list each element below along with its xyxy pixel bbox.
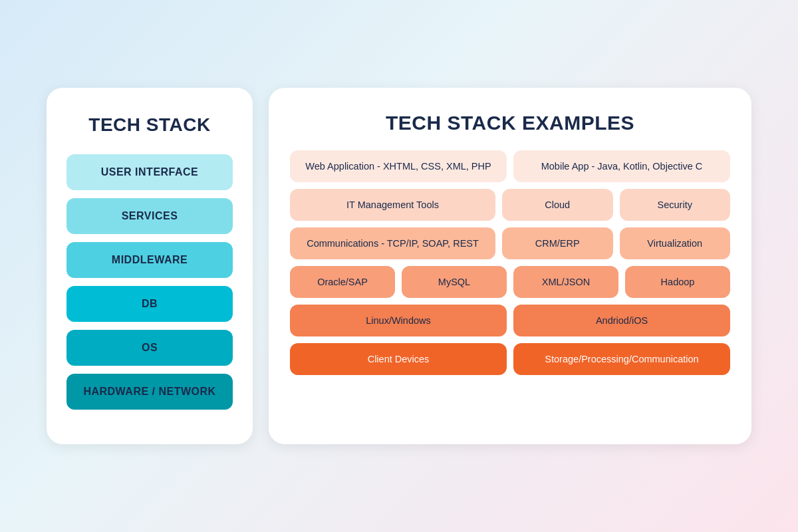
grid-row-1: Web Application - XHTML, CSS, XML, PHP M… — [290, 150, 730, 182]
grid-row-5: Linux/Windows Andriod/iOS — [290, 305, 730, 336]
right-panel: TECH STACK EXAMPLES Web Application - XH… — [269, 88, 751, 444]
grid-row-4: Oracle/SAP MySQL XML/JSON Hadoop — [290, 266, 730, 298]
grid-row-2: IT Management Tools Cloud Security — [290, 189, 730, 221]
right-title: TECH STACK EXAMPLES — [290, 112, 730, 134]
virtualization-item: Virtualization — [620, 227, 731, 259]
grid-row-6: Client Devices Storage/Processing/Commun… — [290, 343, 730, 375]
linux-item: Linux/Windows — [290, 305, 507, 336]
web-app-item: Web Application - XHTML, CSS, XML, PHP — [290, 150, 507, 182]
storage-item: Storage/Processing/Communication — [513, 343, 730, 375]
hadoop-item: Hadoop — [625, 266, 730, 298]
xml-item: XML/JSON — [513, 266, 618, 298]
client-item: Client Devices — [290, 343, 507, 375]
left-title: TECH STACK — [66, 114, 233, 136]
mysql-item: MySQL — [402, 266, 507, 298]
security-item: Security — [620, 189, 731, 221]
crm-item: CRM/ERP — [502, 227, 613, 259]
it-mgmt-item: IT Management Tools — [290, 189, 495, 221]
android-item: Andriod/iOS — [513, 305, 730, 336]
main-container: TECH STACK USER INTERFACE SERVICES MIDDL… — [20, 61, 778, 471]
grid-row-3: Communications - TCP/IP, SOAP, REST CRM/… — [290, 227, 730, 259]
stack-item-hardware: HARDWARE / NETWORK — [66, 374, 233, 410]
left-panel: TECH STACK USER INTERFACE SERVICES MIDDL… — [47, 88, 253, 444]
stack-item-middleware: MIDDLEWARE — [66, 242, 233, 278]
oracle-item: Oracle/SAP — [290, 266, 395, 298]
cloud-item: Cloud — [502, 189, 613, 221]
stack-item-db: DB — [66, 286, 233, 322]
stack-item-ui: USER INTERFACE — [66, 154, 233, 190]
stack-item-os: OS — [66, 330, 233, 366]
stack-item-services: SERVICES — [66, 198, 233, 234]
comms-item: Communications - TCP/IP, SOAP, REST — [290, 227, 495, 259]
examples-grid: Web Application - XHTML, CSS, XML, PHP M… — [290, 150, 730, 375]
mobile-app-item: Mobile App - Java, Kotlin, Objective C — [513, 150, 730, 182]
